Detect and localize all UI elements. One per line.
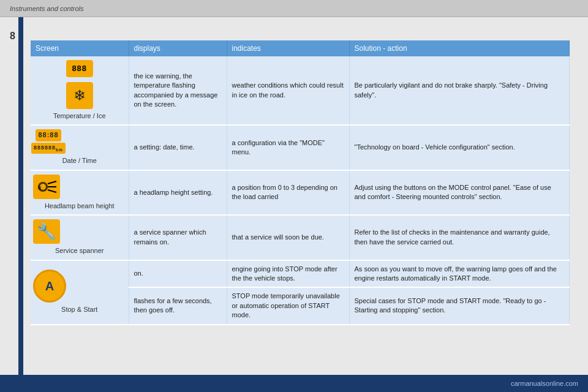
info-table: Screen displays indicates Solution - act… [31,40,570,325]
table-row: 888 ❄ Temperature / Ice the ice warning,… [31,56,570,125]
page-background: Instruments and controls 8 Screen displa… [0,0,588,392]
temp-display-icon: 888 [66,60,93,77]
table-row: 88:88 888888km Date / Time a setting: da… [31,125,570,170]
solution-stopstart-1: As soon as you want to move off, the war… [349,260,570,288]
col-indicates: indicates [227,40,349,56]
solution-temperature: Be particularly vigilant and do not brak… [349,56,570,125]
datetime-top-digits: 88:88 [36,129,61,141]
indicates-stopstart-2: STOP mode temporarily unavailable or aut… [227,287,349,324]
table-row-stopstart: A Stop & Start on. engine going into STO… [31,260,570,288]
indicates-temperature: weather conditions which could result in… [227,56,349,125]
icon-cell-headlamp: ≡ Headlamp beam height [31,170,129,215]
col-screen: Screen [31,40,129,56]
displays-spanner: a service spanner which remains on. [129,215,227,260]
datetime-icon: 88:88 888888km [33,129,64,154]
displays-headlamp: a headlamp height setting. [129,170,227,215]
main-content: Screen displays indicates Solution - act… [31,40,570,325]
page-number: 8 [10,31,15,42]
icon-cell-temperature: 888 ❄ Temperature / Ice [31,56,129,125]
top-bar: Instruments and controls [0,0,588,17]
table-row: ≡ Headlamp beam height a headlamp height… [31,170,570,215]
icon-cell-spanner: 🔧 Service spanner [31,215,129,260]
chapter-title: Instruments and controls [10,5,83,12]
solution-stopstart-2: Special cases for STOP mode and START mo… [349,287,570,324]
icon-cell-stopstart: A Stop & Start [31,260,129,325]
temperature-icons: 888 ❄ [33,60,126,109]
table-header-row: Screen displays indicates Solution - act… [31,40,570,56]
snowflake-icon: ❄ [66,82,93,109]
screen-label-spanner: Service spanner [33,246,126,255]
displays-stopstart-2: flashes for a few seconds, then goes off… [129,287,227,324]
screen-label-headlamp: Headlamp beam height [33,202,126,211]
bottom-bar: carmanualsonline.com [0,375,588,392]
screen-label-stopstart: Stop & Start [33,305,126,314]
svg-line-4 [48,190,56,192]
solution-datetime: "Technology on board - Vehicle configura… [349,125,570,170]
displays-datetime: a setting: date, time. [129,125,227,170]
solution-spanner: Refer to the list of checks in the maint… [349,215,570,260]
col-solution: Solution - action [349,40,570,56]
spanner-icon: 🔧 [33,219,60,244]
svg-line-2 [48,181,56,184]
table-row: 🔧 Service spanner a service spanner whic… [31,215,570,260]
displays-stopstart-1: on. [129,260,227,288]
indicates-stopstart-1: engine going into STOP mode after the th… [227,260,349,288]
displays-temperature: the ice warning, the temperature flashin… [129,56,227,125]
footer-site: carmanualsonline.com [511,380,578,387]
screen-label-temperature: Temperature / Ice [33,111,126,121]
headlamp-svg: ≡ [36,178,58,196]
left-accent [18,17,23,375]
svg-text:≡: ≡ [38,184,42,191]
screen-label-datetime: Date / Time [33,156,126,165]
datetime-bottom-digits: 888888km [31,143,66,154]
stopstart-icon: A [33,270,66,303]
indicates-headlamp: a position from 0 to 3 depending on the … [227,170,349,215]
icon-cell-datetime: 88:88 888888km Date / Time [31,125,129,170]
solution-headlamp: Adjust using the buttons on the MODE con… [349,170,570,215]
temp-icon-text: 888 [72,63,87,74]
col-displays: displays [129,40,227,56]
indicates-spanner: that a service will soon be due. [227,215,349,260]
headlamp-icon: ≡ [33,175,60,199]
indicates-datetime: a configuration via the "MODE" menu. [227,125,349,170]
